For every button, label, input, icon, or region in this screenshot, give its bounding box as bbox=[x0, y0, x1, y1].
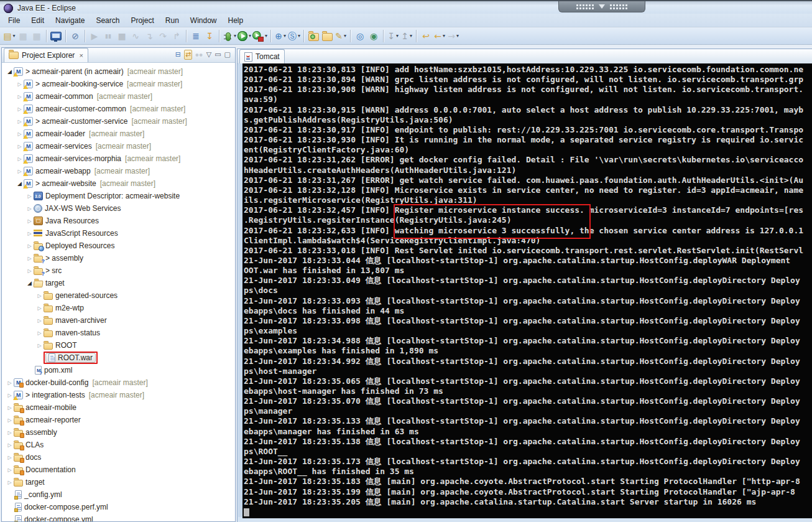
forward-button[interactable]: →▾ bbox=[447, 29, 459, 43]
collapsed-arrow-icon[interactable]: ▷ bbox=[6, 467, 14, 473]
save-button[interactable]: ▦ bbox=[17, 29, 29, 43]
debug-button[interactable]: ▾ bbox=[223, 29, 236, 43]
step-into-button[interactable]: ↴ bbox=[143, 29, 155, 43]
tree-item-acmeair-parent-in-acmeair[interactable]: ◢> acmeair-parent (in acmeair)[acmeair m… bbox=[2, 65, 235, 78]
dropdown-arrow-icon[interactable]: ▾ bbox=[410, 29, 412, 43]
tree-item-deployment-descriptor-acmeair-website[interactable]: ▷Deployment Descriptor: acmeair-website bbox=[2, 190, 235, 202]
tree-item-root[interactable]: ▷ROOT bbox=[2, 339, 235, 352]
new-web-project-button[interactable]: ⊕▾ bbox=[274, 29, 287, 43]
tree-item-java-resources[interactable]: ▷Java Resources bbox=[2, 215, 235, 227]
expanded-arrow-icon[interactable]: ◢ bbox=[25, 280, 34, 286]
external-tools-button[interactable]: ▾ bbox=[252, 29, 267, 43]
tree-item-acmeair-loader[interactable]: ▷acmeair-loader[acmeair master] bbox=[2, 128, 235, 140]
tree-item-generated-sources[interactable]: ▷generated-sources bbox=[2, 289, 235, 302]
focus-icon[interactable]: ●● bbox=[195, 50, 203, 59]
tab-project-explorer[interactable]: Project Explorer × bbox=[4, 48, 88, 62]
link-with-editor-icon[interactable]: ⇄ bbox=[184, 50, 192, 60]
collapsed-arrow-icon[interactable]: ▷ bbox=[35, 305, 44, 311]
tree-item-maven-status[interactable]: ▷maven-status bbox=[2, 327, 235, 339]
dropdown-arrow-icon[interactable]: ▾ bbox=[344, 29, 346, 43]
menu-item-help[interactable]: Help bbox=[223, 15, 249, 26]
collapsed-arrow-icon[interactable]: ▷ bbox=[35, 293, 44, 299]
tree-item-acmeair-webapp[interactable]: ▷acmeair-webapp[acmeair master] bbox=[2, 165, 235, 177]
last-edit-button[interactable]: ↩ bbox=[420, 29, 432, 43]
next-annotation-button[interactable]: ↧▾ bbox=[387, 29, 399, 43]
prev-annotation-button[interactable]: ↥▾ bbox=[400, 29, 413, 43]
console-output[interactable]: 2017-06-21 18:23:30,813 [INFO] add hostN… bbox=[242, 63, 812, 518]
open-folder-button[interactable] bbox=[321, 29, 333, 43]
tree-item-assembly[interactable]: ▷> assembly bbox=[2, 252, 235, 264]
show-console-button[interactable]: ≣ bbox=[190, 29, 202, 43]
collapsed-arrow-icon[interactable]: ▷ bbox=[25, 243, 34, 249]
collapsed-arrow-icon[interactable]: ▷ bbox=[25, 218, 34, 224]
tree-item-docker-compose.perf.yml[interactable]: docker-compose.perf.yml bbox=[2, 501, 235, 513]
tree-item-maven-archiver[interactable]: ▷maven-archiver bbox=[2, 314, 235, 327]
collapsed-arrow-icon[interactable]: ▷ bbox=[6, 480, 14, 485]
collapsed-arrow-icon[interactable]: ▷ bbox=[35, 343, 44, 348]
tree-item-acmeair-booking-service[interactable]: ▷> acmeair-booking-service[acmeair maste… bbox=[2, 78, 235, 90]
dropdown-arrow-icon[interactable]: ▾ bbox=[13, 29, 16, 43]
tree-item-target[interactable]: ▷target bbox=[2, 476, 235, 488]
tree-item-pom.xml[interactable]: pom.xml bbox=[2, 364, 235, 376]
dropdown-arrow-icon[interactable]: ▾ bbox=[234, 29, 236, 43]
dropdown-arrow-icon[interactable]: ▾ bbox=[265, 29, 267, 43]
view-menu-icon[interactable]: ▽ bbox=[206, 50, 211, 59]
maximize-icon[interactable]: ▢ bbox=[224, 50, 231, 59]
web-browser-button[interactable]: ◎ bbox=[354, 29, 366, 43]
dropdown-arrow-icon[interactable]: ▾ bbox=[396, 29, 399, 43]
open-console-button[interactable] bbox=[50, 29, 62, 43]
collapsed-arrow-icon[interactable]: ▷ bbox=[6, 405, 14, 411]
step-return-button[interactable]: ↱ bbox=[170, 29, 183, 43]
menu-item-project[interactable]: Project bbox=[125, 15, 159, 26]
menu-item-edit[interactable]: Edit bbox=[25, 15, 50, 26]
save-all-button[interactable]: ▦ bbox=[30, 29, 43, 43]
collapsed-arrow-icon[interactable]: ▷ bbox=[25, 206, 34, 212]
close-icon[interactable]: × bbox=[79, 52, 83, 59]
menu-item-navigate[interactable]: Navigate bbox=[50, 15, 90, 26]
import-button[interactable] bbox=[307, 29, 320, 43]
tree-item-assembly[interactable]: ▷assembly bbox=[2, 426, 235, 439]
dropdown-arrow-icon[interactable]: ▾ bbox=[249, 29, 251, 43]
tree-item-acmeair-customer-common[interactable]: ▷acmeair-customer-common[acmeair master] bbox=[2, 103, 235, 115]
run-on-server-button[interactable]: ◉ bbox=[367, 29, 380, 43]
tree-item-m2e-wtp[interactable]: ▷m2e-wtp bbox=[2, 302, 235, 314]
collapsed-arrow-icon[interactable]: ▷ bbox=[35, 330, 44, 336]
tree-item-target[interactable]: ◢target bbox=[2, 277, 235, 289]
skip-breakpoints-button[interactable]: ⊘ bbox=[69, 29, 81, 43]
minimize-icon[interactable]: ▭ bbox=[215, 50, 221, 59]
dropdown-arrow-icon[interactable]: ▾ bbox=[443, 29, 445, 43]
tree-item-acmeair-common[interactable]: ▷acmeair-common[acmeair master] bbox=[2, 90, 235, 103]
collapsed-arrow-icon[interactable]: ▷ bbox=[35, 318, 44, 324]
new-service-button[interactable]: Ⓢ▾ bbox=[288, 29, 300, 43]
collapsed-arrow-icon[interactable]: ▷ bbox=[25, 231, 34, 236]
tree-item-docs[interactable]: ▷docs bbox=[2, 451, 235, 464]
tree-item-documentation[interactable]: ▷Documentation bbox=[2, 464, 235, 476]
tree-item-acmeair-reporter[interactable]: ▷acmeair-reporter bbox=[2, 414, 235, 426]
tree-item-src[interactable]: ▷> src bbox=[2, 264, 235, 277]
tree-item-config.yml[interactable]: _config.yml bbox=[2, 488, 235, 501]
menu-item-run[interactable]: Run bbox=[160, 15, 185, 26]
collapsed-arrow-icon[interactable]: ▷ bbox=[25, 256, 34, 261]
tree-item-clas[interactable]: ▷CLAs bbox=[2, 439, 235, 451]
collapsed-arrow-icon[interactable]: ▷ bbox=[6, 430, 14, 436]
screen-capture-widget[interactable] bbox=[558, 1, 645, 12]
tree-item-root.war[interactable]: ROOT.war bbox=[2, 352, 235, 364]
tree-item-jax-ws-web-services[interactable]: ▷JAX-WS Web Services bbox=[2, 202, 235, 215]
tree-item-acmeair-services-morphia[interactable]: ▷acmeair-services-morphia[acmeair master… bbox=[2, 152, 235, 165]
tree-item-javascript-resources[interactable]: ▷JavaScript Resources bbox=[2, 227, 235, 240]
tree-item-acmeair-website[interactable]: ◢> acmeair-website[acmeair master] bbox=[2, 177, 235, 190]
stop-button[interactable]: ■ bbox=[116, 29, 128, 43]
drop-to-frame-button[interactable]: ↧ bbox=[203, 29, 216, 43]
brush-button[interactable]: ✎▾ bbox=[334, 29, 347, 43]
pause-button[interactable]: ▮▮ bbox=[102, 29, 114, 43]
collapsed-arrow-icon[interactable]: ▷ bbox=[25, 268, 34, 274]
disconnect-button[interactable]: ∿ bbox=[129, 29, 142, 43]
collapsed-arrow-icon[interactable]: ▷ bbox=[6, 417, 14, 423]
menu-item-search[interactable]: Search bbox=[90, 15, 125, 26]
tree-item-integration-tests[interactable]: ▷> integration-tests[acmeair master] bbox=[2, 389, 235, 401]
collapsed-arrow-icon[interactable]: ▷ bbox=[25, 193, 34, 199]
collapsed-arrow-icon[interactable]: ▷ bbox=[6, 380, 14, 386]
run-button[interactable]: ▾ bbox=[238, 29, 251, 43]
menu-item-window[interactable]: Window bbox=[185, 15, 223, 26]
step-over-button[interactable]: ↷ bbox=[157, 29, 169, 43]
